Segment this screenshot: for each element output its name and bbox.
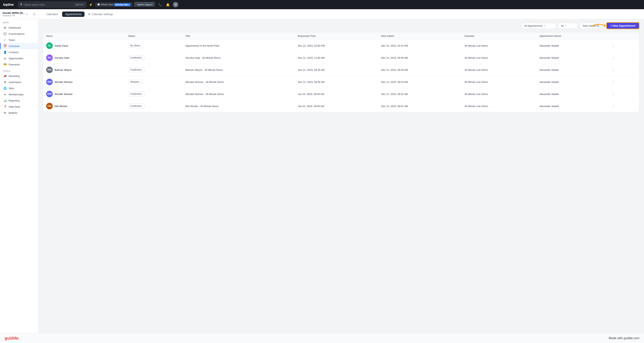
contact-name[interactable]: Batman Wayne <box>55 69 72 71</box>
status-badge[interactable]: Confirmed ▾ <box>128 104 145 108</box>
tab-calendars[interactable]: Calendars <box>43 12 61 17</box>
cell-actions: ⋮ <box>607 88 639 100</box>
row-more-button[interactable]: ⋮ <box>610 79 617 85</box>
sidebar-item-opportunities[interactable]: ◎ Opportunities <box>0 55 38 61</box>
row-more-button[interactable]: ⋮ <box>610 103 617 109</box>
sidebar-item-sites[interactable]: 🌐 Sites <box>0 85 38 91</box>
footer-credit: Made with guidde.com <box>609 336 640 340</box>
status-label: Confirmed <box>130 93 141 95</box>
search-placeholder: Quick search here <box>24 3 45 6</box>
tab-calendar-settings[interactable]: ⚙ Calendar Settings <box>85 12 116 17</box>
status-badge[interactable]: Confirmed ▾ <box>128 56 145 60</box>
tab-appointments[interactable]: Appointments <box>62 12 85 17</box>
row-more-button[interactable]: ⋮ <box>610 55 617 61</box>
status-label: No Show <box>130 44 140 47</box>
row-more-button[interactable]: ⋮ <box>610 67 617 73</box>
sidebar-item-conversations[interactable]: 💬 Conversations <box>0 31 38 37</box>
sidebar-item-label: Mailfold <box>8 111 17 114</box>
cell-requested-time: Jan 24, 2024, 08:00 AM <box>295 88 378 100</box>
status-badge[interactable]: No Show ▾ <box>128 43 144 48</box>
status-badge[interactable]: Confirmed ▾ <box>128 68 145 72</box>
cell-calendar: 30 Minute Live Demo <box>461 52 536 64</box>
sidebar-item-dashboard[interactable]: ⊞ Dashboard <box>0 25 38 31</box>
sidebar-item-marketing[interactable]: 📣 Marketing <box>0 73 38 79</box>
bolt-icon[interactable]: ⚡ <box>89 3 93 7</box>
cell-title: Batman Wayne - 30 Minute Demo <box>182 64 295 76</box>
cell-name: SC Santa Claus <box>43 40 125 52</box>
status-label: Confirmed <box>130 69 141 71</box>
chevron-down-icon-2: ▾ <box>565 25 566 27</box>
filter-appointments-select[interactable]: All Appointments ▾ <box>522 23 556 29</box>
cell-status: Confirmed ▾ <box>125 100 182 112</box>
contact-name[interactable]: Wonder Woman <box>55 81 72 84</box>
reporting-icon: 📊 <box>3 99 7 102</box>
contact-name[interactable]: Wonder Woman <box>55 93 72 96</box>
cell-date-added: Dec 21, 2023, 08:53 AM <box>378 76 462 88</box>
guidde-logo: guidde. <box>4 336 20 341</box>
table-row: EW Elle Woods Confirmed ▾ Elle Woods - 3… <box>43 100 639 112</box>
subheader: Calendars Appointments ⚙ Calendar Settin… <box>38 9 644 19</box>
sidebar-item-label: Conversations <box>8 33 24 35</box>
cell-date-added: Dec 22, 2023, 02:32 PM <box>378 40 462 52</box>
sidebar-item-mailfold[interactable]: ✉ Mailfold <box>0 110 38 116</box>
automation-icon: ⚙ <box>3 81 7 84</box>
row-more-button[interactable]: ⋮ <box>610 43 617 49</box>
sites-icon: 🌐 <box>3 87 7 90</box>
new-appointment-button[interactable]: + New Appointment <box>606 22 640 29</box>
contact-name[interactable]: Santa Claus <box>55 44 68 47</box>
sidebar-item-contacts[interactable]: 👤 Contacts <box>0 49 38 55</box>
table-row: DG Dorothy Gale Confirmed ▾ Dorothy Gale… <box>43 52 639 64</box>
user-avatar[interactable]: U <box>173 2 178 7</box>
marketing-icon: 📣 <box>3 75 7 78</box>
calendar-update-tag: Calendar Upd... <box>114 3 130 6</box>
cell-requested-time: Dec 21, 2023, 11:00 AM <box>295 52 378 64</box>
cell-calendar: 30 Minute Live Demo <box>461 40 536 52</box>
workspace-selector[interactable]: Dunder Mifflin [D... Scranton, PA ▾ ⊟ <box>0 9 38 19</box>
mailfold-icon: ✉ <box>3 111 7 114</box>
filter-all-select[interactable]: All ▾ <box>558 23 578 29</box>
status-badge[interactable]: Confirmed ▾ <box>128 92 145 96</box>
status-label: Confirmed <box>130 105 141 107</box>
status-label: Showed <box>130 81 138 83</box>
contact-avatar: WW <box>46 79 53 85</box>
support-button[interactable]: topline Support <box>134 2 156 7</box>
tools-section-label: Tools <box>0 68 38 73</box>
contact-name[interactable]: Elle Woods <box>55 105 67 108</box>
notifications-icon[interactable]: 🔔 <box>165 2 170 7</box>
status-badge[interactable]: Showed ▾ <box>128 80 142 84</box>
cell-actions: ⋮ <box>607 40 639 52</box>
sidebar-item-scheduler[interactable]: 📅 Scheduler <box>0 43 38 49</box>
col-name: Name <box>43 33 125 40</box>
cell-requested-time: Dec 22, 2023, 03:00 PM <box>295 40 378 52</box>
topnav-actions: 💬 What's New Calendar Upd... topline Sup… <box>95 2 156 7</box>
contact-avatar: SC <box>46 42 53 49</box>
sidebar-item-memberships[interactable]: ♦ Memberships <box>0 91 38 98</box>
cell-name: WW Wonder Woman <box>43 76 125 88</box>
sidebar-item-reporting[interactable]: 📊 Reporting <box>0 98 38 104</box>
search-bar[interactable]: 🔍 Quick search here Ctrl + K <box>18 2 87 8</box>
appointments-table-container: Name Status Title Requested Time Date Ad… <box>38 32 644 333</box>
cell-owner: Alexander Skatell <box>536 64 607 76</box>
sidebar-item-tasks[interactable]: ✓ Tasks <box>0 37 38 43</box>
row-more-button[interactable]: ⋮ <box>610 91 617 97</box>
cell-title: Wonder Woman - 30 Minute Demo <box>182 76 295 88</box>
sidebar-item-helpdesk[interactable]: ❓ Help Desk <box>0 104 38 110</box>
cell-actions: ⋮ <box>607 52 639 64</box>
search-shortcut: Ctrl + K <box>75 3 84 6</box>
whats-new-button[interactable]: 💬 What's New Calendar Upd... <box>95 3 133 7</box>
svg-marker-0 <box>604 24 606 27</box>
layout-icon[interactable]: ⊟ <box>33 12 36 16</box>
phone-icon[interactable]: 📞 <box>158 2 163 7</box>
contact-name[interactable]: Dorothy Gale <box>55 56 70 59</box>
sidebar-item-label: Contacts <box>8 51 18 54</box>
cell-actions: ⋮ <box>607 76 639 88</box>
cell-title: Elle Woods - 30 Minute Demo <box>182 100 295 112</box>
toolbar: All Appointments ▾ All ▾ Date Added (D..… <box>38 19 644 32</box>
chevron-down-icon: ▾ <box>544 25 545 27</box>
sidebar-item-automation[interactable]: ⚙ Automation <box>0 79 38 85</box>
scheduler-icon: 📅 <box>3 45 7 48</box>
sidebar-item-payments[interactable]: 💳 Payments <box>0 61 38 68</box>
cell-calendar: 30 Minute Live Demo <box>461 64 536 76</box>
helpdesk-icon: ❓ <box>3 105 7 108</box>
status-label: Confirmed <box>130 56 141 59</box>
